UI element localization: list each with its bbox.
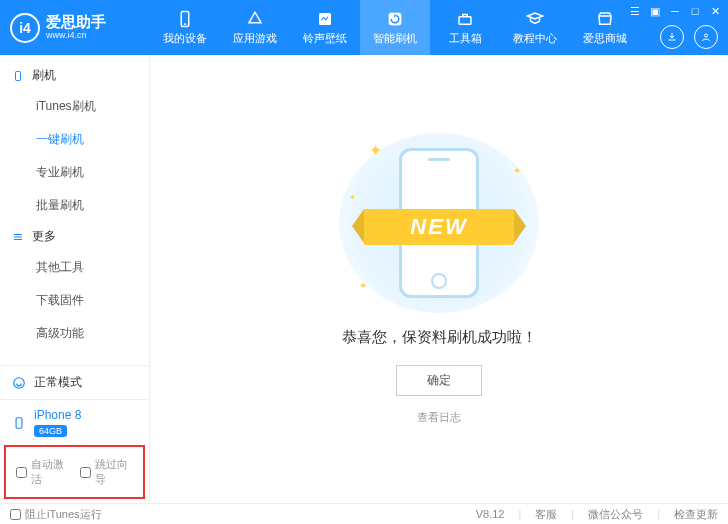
sparkle-icon: ✦: [513, 165, 521, 176]
svg-rect-8: [16, 417, 22, 428]
logo[interactable]: i4 爱思助手 www.i4.cn: [0, 13, 150, 43]
nav-label: 我的设备: [163, 31, 207, 46]
sparkle-icon: ✦: [359, 280, 367, 291]
phone-icon: [12, 70, 24, 82]
flash-options-highlighted: 自动激活 跳过向导: [4, 445, 145, 499]
device-icon: [12, 414, 26, 432]
store-icon: [596, 10, 614, 28]
app-header: i4 爱思助手 www.i4.cn 我的设备 应用游戏 铃声壁纸 智能刷机 工具…: [0, 0, 728, 55]
svg-point-7: [14, 377, 25, 388]
nav-smart-flash[interactable]: 智能刷机: [360, 0, 430, 55]
tutorial-icon: [526, 10, 544, 28]
nav-label: 智能刷机: [373, 31, 417, 46]
svg-rect-6: [16, 71, 21, 80]
nav-my-device[interactable]: 我的设备: [150, 0, 220, 55]
toolbox-icon: [456, 10, 474, 28]
sparkle-icon: ✦: [349, 193, 356, 202]
nav-label: 工具箱: [449, 31, 482, 46]
logo-badge-icon: i4: [10, 13, 40, 43]
app-url: www.i4.cn: [46, 31, 106, 41]
ok-button[interactable]: 确定: [396, 365, 482, 396]
nav-label: 铃声壁纸: [303, 31, 347, 46]
apps-icon: [246, 10, 264, 28]
sidebar-section-flash[interactable]: 刷机: [0, 61, 149, 90]
device-name: iPhone 8: [34, 408, 81, 422]
view-log-link[interactable]: 查看日志: [417, 410, 461, 425]
nav-label: 教程中心: [513, 31, 557, 46]
sidebar-item-pro-flash[interactable]: 专业刷机: [0, 156, 149, 189]
user-button[interactable]: [694, 25, 718, 49]
close-icon[interactable]: ✕: [708, 4, 722, 18]
nav-label: 应用游戏: [233, 31, 277, 46]
section-title: 刷机: [32, 67, 56, 84]
section-title: 更多: [32, 228, 56, 245]
window-controls: ☰ ▣ ─ □ ✕: [628, 4, 722, 18]
nav-toolbox[interactable]: 工具箱: [430, 0, 500, 55]
skip-setup-checkbox[interactable]: 跳过向导: [80, 457, 134, 487]
device-storage-badge: 64GB: [34, 425, 67, 437]
device-icon: [176, 10, 194, 28]
nav-apps-games[interactable]: 应用游戏: [220, 0, 290, 55]
sidebar-item-onekey-flash[interactable]: 一键刷机: [0, 123, 149, 156]
sidebar-item-advanced[interactable]: 高级功能: [0, 317, 149, 350]
top-nav: 我的设备 应用游戏 铃声壁纸 智能刷机 工具箱 教程中心 爱思商城: [150, 0, 640, 55]
sidebar-item-batch-flash[interactable]: 批量刷机: [0, 189, 149, 222]
main-content: ✦ ✦ ✦ ✦ NEW 恭喜您，保资料刷机成功啦！ 确定 查看日志: [150, 55, 728, 503]
nav-ringtone-wallpaper[interactable]: 铃声壁纸: [290, 0, 360, 55]
connected-device[interactable]: iPhone 8 64GB: [0, 400, 149, 445]
success-message: 恭喜您，保资料刷机成功啦！: [342, 328, 537, 347]
checkbox-label: 自动激活: [31, 457, 70, 487]
app-title: 爱思助手: [46, 14, 106, 31]
nav-tutorials[interactable]: 教程中心: [500, 0, 570, 55]
maximize-icon[interactable]: □: [688, 4, 702, 18]
sidebar-section-more[interactable]: 更多: [0, 222, 149, 251]
checkbox-label: 跳过向导: [95, 457, 134, 487]
mode-icon: [12, 376, 26, 390]
flash-icon: [386, 10, 404, 28]
success-illustration: ✦ ✦ ✦ ✦ NEW: [339, 133, 539, 313]
support-link[interactable]: 客服: [535, 507, 557, 522]
status-bar: 阻止iTunes运行 V8.12 | 客服 | 微信公众号 | 检查更新: [0, 503, 728, 524]
svg-point-5: [705, 34, 708, 37]
version-label: V8.12: [476, 508, 505, 520]
sparkle-icon: ✦: [369, 141, 382, 160]
check-update-link[interactable]: 检查更新: [674, 507, 718, 522]
minimize-icon[interactable]: ─: [668, 4, 682, 18]
wallpaper-icon: [316, 10, 334, 28]
skin-icon[interactable]: ▣: [648, 4, 662, 18]
device-mode[interactable]: 正常模式: [0, 365, 149, 400]
mode-label: 正常模式: [34, 374, 82, 391]
download-button[interactable]: [660, 25, 684, 49]
sidebar-item-download-firmware[interactable]: 下载固件: [0, 284, 149, 317]
svg-point-1: [184, 23, 186, 25]
wechat-link[interactable]: 微信公众号: [588, 507, 643, 522]
sidebar-item-itunes-flash[interactable]: iTunes刷机: [0, 90, 149, 123]
settings-icon[interactable]: ☰: [628, 4, 642, 18]
auto-activate-checkbox[interactable]: 自动激活: [16, 457, 70, 487]
list-icon: [12, 231, 24, 243]
sidebar-item-other-tools[interactable]: 其他工具: [0, 251, 149, 284]
block-itunes-checkbox[interactable]: 阻止iTunes运行: [10, 507, 102, 522]
nav-label: 爱思商城: [583, 31, 627, 46]
sidebar: 刷机 iTunes刷机 一键刷机 专业刷机 批量刷机 更多 其他工具 下载固件 …: [0, 55, 150, 503]
checkbox-label: 阻止iTunes运行: [25, 507, 102, 522]
svg-rect-4: [459, 16, 471, 24]
new-ribbon: NEW: [364, 209, 514, 245]
